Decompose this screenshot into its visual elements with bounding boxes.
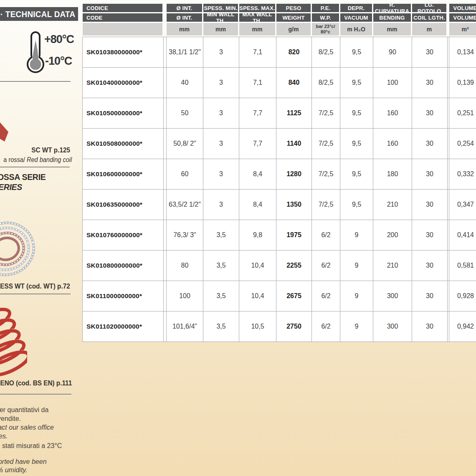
data-cell: 30 (412, 220, 447, 250)
divider (0, 294, 71, 294)
code-cell: SK010600000000* (83, 159, 163, 189)
data-cell: 9,5 (340, 37, 373, 67)
footnote-line: stati misurati a 23°C (2, 442, 62, 450)
braided-hose-photo (0, 219, 39, 279)
footnote-line: es. (0, 433, 8, 440)
data-cell: 9,5 (340, 159, 373, 189)
data-cell: 3,5 (203, 311, 239, 342)
code-cell: SK010800000000* (83, 251, 163, 281)
related-product-ref-3: SS ENO (cod. BS EN) p.111 (0, 379, 72, 387)
data-cell: 40 (167, 68, 203, 98)
data-cell: 3 (203, 190, 239, 220)
header-cell: MIN WALL TH. (203, 13, 238, 22)
series-title-en: ERIES (0, 182, 22, 192)
spacer (163, 3, 166, 13)
data-cell: 0,942 (449, 311, 476, 342)
data-cell: 30 (412, 68, 447, 98)
header-cell: WEIGHT (276, 13, 311, 22)
data-cell: 1350 (276, 190, 311, 220)
data-cell: 7,1 (239, 37, 276, 67)
data-cell: 1280 (276, 159, 311, 189)
table-body-grid: SK010380000000*38,1/1 1/2"37,18208/2,59,… (82, 37, 476, 342)
data-cell: 9 (340, 251, 373, 281)
spacer (164, 190, 166, 220)
spacer (448, 159, 449, 189)
data-cell: 0,332 (449, 159, 476, 189)
spacer (448, 311, 449, 342)
data-cell: 7/2,5 (312, 98, 340, 128)
spacer (448, 190, 449, 220)
unit-cell: m³ (449, 23, 476, 36)
data-cell: 210 (373, 190, 412, 220)
spacer (164, 159, 166, 189)
spacer (448, 129, 449, 159)
header-cell: VACUUM (340, 13, 372, 22)
table-header-grid: CODICEØ INT.SPESS. MIN.SPESS. MAX.PESOP.… (82, 3, 476, 36)
data-cell: 10,4 (239, 281, 276, 311)
data-cell: 6/2 (312, 311, 340, 342)
data-cell: 9,8 (239, 220, 276, 250)
code-cell: SK011000000000* (83, 281, 163, 311)
data-cell: 8,4 (239, 159, 276, 189)
header-cell: CODE (82, 13, 163, 22)
data-cell: 100 (167, 281, 203, 311)
data-cell: 6/2 (312, 281, 340, 311)
unit-cell: mm (203, 23, 238, 36)
data-cell: 9 (340, 311, 373, 342)
data-cell: 2675 (276, 281, 311, 311)
data-cell: 0,928 (449, 281, 476, 311)
related-product-caption: a rossa/ Red banding coil (3, 156, 72, 164)
spacer (163, 23, 166, 36)
unit-cell: mm (166, 23, 203, 36)
related-product-ref-1: SC WT p.125 (31, 146, 70, 154)
spacer (164, 129, 166, 159)
unit-cell: m (412, 23, 447, 36)
code-cell: SK011020000000* (83, 311, 163, 342)
red-spiral-hose-photo (0, 306, 27, 383)
header-cell: CODICE (82, 3, 163, 13)
data-cell: 3,5 (203, 281, 239, 311)
data-cell: 9,5 (340, 68, 373, 98)
data-cell: 8/2,5 (312, 68, 340, 98)
footnote-line: tact our sales office (0, 424, 54, 431)
data-cell: 0,134 (449, 37, 476, 67)
header-cell: VOLUME (449, 3, 476, 13)
data-cell: 3,5 (203, 220, 239, 250)
data-cell: 2750 (276, 311, 311, 342)
data-cell: 10,5 (239, 311, 276, 342)
data-cell: 0,347 (449, 190, 476, 220)
data-cell: 80 (167, 251, 203, 281)
unit-cell: m H₂O (340, 23, 372, 36)
data-cell: 0,414 (449, 220, 476, 250)
data-cell: 7/2,5 (312, 159, 340, 189)
data-cell: 30 (412, 311, 447, 342)
related-product-ref-2: PRESS WT (cod. WT) p.72 (0, 282, 70, 291)
data-cell: 0,251 (449, 98, 476, 128)
data-cell: 7,7 (239, 129, 276, 159)
data-cell: 50,8/ 2" (167, 129, 203, 159)
footnote-line: per quantitativi da (0, 406, 48, 414)
data-cell: 9,5 (340, 98, 373, 128)
spacer (164, 311, 166, 342)
spacer (447, 3, 448, 13)
footnote-line: % umidity. (0, 466, 28, 474)
data-cell: 30 (412, 251, 447, 281)
spacer (164, 37, 166, 67)
data-cell: 210 (373, 251, 412, 281)
code-cell: SK010635000000* (83, 190, 163, 220)
header-cell: COIL LGTH. (412, 13, 447, 22)
data-cell: 3,5 (203, 251, 239, 281)
data-cell: 7,7 (239, 98, 276, 128)
spacer (448, 68, 449, 98)
data-cell: 1125 (276, 98, 311, 128)
data-cell: 30 (412, 159, 447, 189)
data-cell: 6/2 (312, 251, 340, 281)
data-cell: 90 (373, 37, 412, 67)
spacer (448, 98, 449, 128)
data-cell: 0,581 (449, 251, 476, 281)
data-cell: 9,5 (340, 190, 373, 220)
spacer (164, 281, 166, 311)
data-cell: 38,1/1 1/2" (167, 37, 203, 67)
data-cell: 101,6/4" (167, 311, 203, 342)
data-cell: 7,1 (239, 68, 276, 98)
